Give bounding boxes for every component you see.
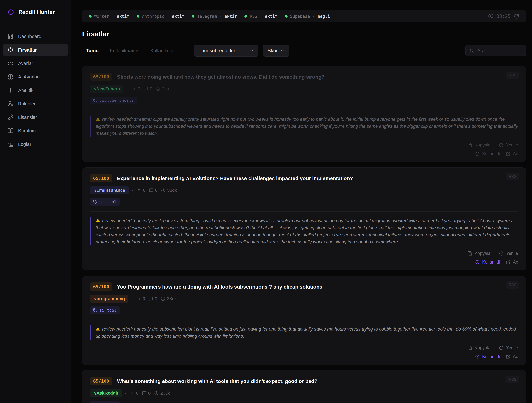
- tag-chip[interactable]: ai_tool: [90, 198, 120, 206]
- crosshair-icon: [7, 47, 13, 53]
- refresh-button[interactable]: Yenile: [499, 251, 518, 256]
- upvote-count: 0: [136, 391, 139, 396]
- meta-separator: ·: [127, 86, 128, 91]
- sidebar-item-ai-ayarlari[interactable]: AI Ayarlari: [3, 71, 68, 83]
- sidebar-item-dashboard[interactable]: Dashboard: [3, 30, 68, 43]
- tag-icon: [93, 308, 97, 313]
- comment-count: 0: [155, 296, 157, 301]
- refresh-icon[interactable]: [514, 14, 519, 19]
- sidebar-item-rakipler[interactable]: Rakipler: [3, 97, 68, 110]
- warning-icon: [95, 116, 100, 120]
- tag-label: ai_tool: [99, 308, 117, 313]
- upvote-arrow-icon: [137, 188, 141, 193]
- tag-chip[interactable]: ai_tool: [90, 401, 120, 403]
- comment-count: 0: [150, 86, 152, 91]
- action-row-secondary: Kullanildi Ac: [475, 354, 518, 359]
- status-right: 03:38:25: [488, 14, 519, 19]
- external-link-icon: [506, 151, 511, 156]
- card-actions: Kopyala Yenile Kullanildi Ac: [90, 142, 518, 156]
- sidebar-item-ayarlar[interactable]: Ayarlar: [3, 57, 68, 70]
- copy-button[interactable]: Kopyala: [468, 345, 491, 351]
- score-badge: 65/100: [90, 174, 112, 182]
- tab-kullanilmamis[interactable]: Kullanilmamis: [110, 48, 139, 53]
- meta-separator: ·: [132, 296, 133, 301]
- check-circle-icon: [475, 354, 480, 359]
- age-value: 38dk: [167, 188, 177, 193]
- sidebar-item-analitik[interactable]: Analitik: [3, 84, 68, 96]
- comment-icon: [142, 391, 147, 396]
- opportunity-card: RSS 65/100 What's something about workin…: [82, 370, 526, 403]
- tag-row: youtube_shorts: [90, 96, 518, 104]
- subreddit-badge[interactable]: r/NewTubers: [90, 85, 123, 93]
- meta-row: r/programming · 0 0 38dk: [90, 295, 518, 303]
- action-row-primary: Kopyala Yenile: [468, 142, 518, 148]
- subreddit-badge[interactable]: r/LifeInsurance: [90, 186, 129, 194]
- app-title: Reddit Hunter: [18, 9, 55, 15]
- service-status-rss: RSS·aktif: [245, 14, 277, 19]
- status-dot: [137, 15, 139, 18]
- book-open-icon: [7, 128, 13, 134]
- open-button[interactable]: Ac: [506, 151, 518, 156]
- sidebar-item-loglar[interactable]: Loglar: [3, 138, 68, 150]
- copy-button[interactable]: Kopyala: [468, 142, 491, 148]
- status-dot: [285, 15, 287, 18]
- refresh-button[interactable]: Yenile: [499, 345, 518, 351]
- comment-stat: 0: [142, 391, 151, 396]
- subreddit-badge[interactable]: r/programming: [90, 295, 128, 303]
- subreddit-select[interactable]: Tum subredditler: [194, 45, 259, 57]
- sidebar-item-lisanslar[interactable]: Lisanslar: [3, 111, 68, 123]
- tab-kullanilmis[interactable]: Kullanilmis: [150, 48, 173, 53]
- gear-icon: [7, 60, 13, 66]
- meta-separator: ·: [125, 391, 127, 396]
- chevron-down-icon: [249, 48, 254, 53]
- open-button[interactable]: Ac: [506, 354, 518, 359]
- sort-select[interactable]: Skor: [263, 45, 289, 57]
- comment-icon: [149, 188, 153, 193]
- card-header: 65/100 Experience in implementing AI Sol…: [90, 174, 518, 182]
- search-input[interactable]: [477, 48, 522, 53]
- used-button[interactable]: Kullanildi: [475, 151, 500, 156]
- check-circle-icon: [475, 151, 480, 156]
- ai-review: review needed: honestly the legacy syste…: [90, 217, 518, 245]
- clock-icon: [154, 391, 159, 396]
- sidebar-item-label: AI Ayarlari: [18, 74, 40, 80]
- copy-icon: [468, 345, 472, 350]
- tag-chip[interactable]: youtube_shorts: [90, 96, 137, 104]
- used-button[interactable]: Kullanildi: [475, 260, 500, 265]
- upvote-stat: 0: [131, 86, 140, 91]
- comment-count: 0: [148, 391, 151, 396]
- subreddit-badge[interactable]: r/AskReddit: [90, 389, 122, 397]
- upvote-stat: 0: [130, 391, 139, 396]
- copy-button[interactable]: Kopyala: [468, 251, 491, 256]
- post-title: Shorts were doing well and now they get …: [117, 73, 325, 80]
- used-button[interactable]: Kullanildi: [475, 354, 500, 359]
- main-content: Worker·aktifAnthropic·aktifTelegram·akti…: [71, 0, 532, 403]
- copy-icon: [468, 251, 472, 256]
- sidebar-item-firsatlar[interactable]: Firsatlar: [3, 44, 68, 56]
- search-box: [465, 45, 526, 56]
- sidebar-item-label: Lisanslar: [18, 115, 37, 120]
- sidebar-item-label: Analitik: [18, 88, 33, 93]
- score-badge: 65/100: [90, 73, 112, 81]
- tag-row: ai_tool: [90, 198, 518, 206]
- action-row-secondary: Kullanildi Ac: [475, 260, 518, 265]
- subreddit-select-value: Tum subredditler: [198, 48, 235, 53]
- source-badge: RSS: [506, 281, 519, 288]
- sidebar-item-label: Rakipler: [18, 101, 35, 107]
- ai-review: review needed: streamer clips are actual…: [90, 116, 518, 137]
- action-row-primary: Kopyala Yenile: [468, 251, 518, 256]
- crosshair-logo-icon: [7, 9, 14, 15]
- card-actions: Kopyala Yenile Kullanildi Ac: [90, 251, 518, 265]
- external-link-icon: [506, 354, 511, 359]
- open-button[interactable]: Ac: [506, 260, 518, 265]
- ai-review: review needed: honestly the subscription…: [90, 326, 518, 340]
- sidebar-item-kurulum[interactable]: Kurulum: [3, 124, 68, 137]
- tab-tumu[interactable]: Tumu: [86, 48, 99, 53]
- refresh-button[interactable]: Yenile: [499, 142, 518, 148]
- service-status-telegram: Telegram·aktif: [192, 14, 237, 19]
- status-dot: [89, 15, 92, 18]
- upvote-arrow-icon: [136, 296, 141, 301]
- source-badge: RSS: [506, 376, 519, 383]
- tag-chip[interactable]: ai_tool: [90, 307, 120, 314]
- service-status-anthropic: Anthropic·aktif: [137, 14, 184, 19]
